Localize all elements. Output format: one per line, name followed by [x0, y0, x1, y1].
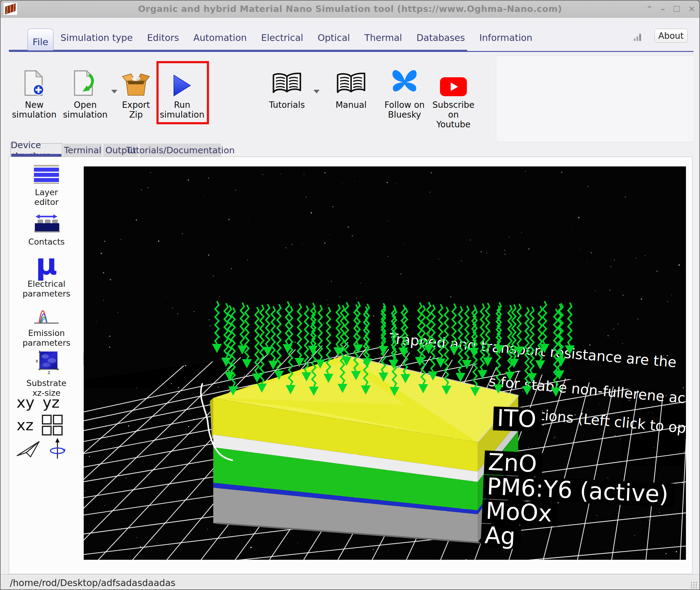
- sidebar-item-contacts[interactable]: Contacts: [9, 214, 84, 247]
- toolbar-right-panel: [496, 56, 694, 142]
- menu-item-label: File: [33, 36, 49, 47]
- view-tools-row: [9, 438, 84, 461]
- ribbon-menu-bar: File Simulation type Editors Automation …: [1, 18, 699, 54]
- sidebar-item-emission-parameters[interactable]: Emissionparameters: [9, 306, 84, 348]
- button-label: Subscribeon Youtube: [431, 100, 476, 129]
- open-document-icon: [62, 61, 108, 97]
- resize-grip[interactable]: [690, 581, 698, 589]
- rotate-icon[interactable]: [49, 438, 66, 461]
- button-label: Follow onBluesky: [382, 100, 427, 120]
- button-label: Manual: [325, 100, 377, 110]
- menu-item-databases[interactable]: Databases: [417, 32, 465, 43]
- menu-item-automation[interactable]: Automation: [193, 32, 247, 43]
- tab-tutorials-documentation[interactable]: Tutorials/Documentation: [140, 143, 221, 157]
- view-orientation-row: xy yz: [9, 394, 84, 411]
- minimize-window-icon[interactable]: –: [661, 5, 665, 13]
- device-structure-panel: Layereditor Contacts: [9, 157, 692, 574]
- menu-item-information[interactable]: Information: [479, 32, 533, 43]
- tutorials-dropdown-icon[interactable]: [314, 90, 320, 93]
- subscribe-youtube-button[interactable]: Subscribeon Youtube: [431, 61, 476, 129]
- tab-terminal[interactable]: Terminal: [63, 143, 102, 157]
- button-label: ExportZip: [113, 100, 159, 120]
- menu-underline-bar-thin: [467, 51, 694, 52]
- mu-icon: μ: [9, 252, 84, 277]
- layer-stack-icon: [33, 165, 60, 184]
- window-controls: ⌃ – ☐ ✕: [646, 1, 695, 17]
- new-simulation-button[interactable]: Newsimulation: [11, 61, 57, 120]
- four-views-icon[interactable]: [41, 414, 63, 436]
- menu-item-editors[interactable]: Editors: [147, 32, 179, 43]
- view-xz-button[interactable]: xz: [16, 416, 33, 434]
- book-icon: [325, 61, 377, 97]
- view-yz-button[interactable]: yz: [42, 394, 60, 411]
- about-button[interactable]: About: [654, 29, 688, 43]
- menu-items: Simulation type Editors Automation Elect…: [61, 18, 532, 51]
- menu-underline-bar: [9, 50, 467, 52]
- sidebar-item-label: Layereditor: [9, 188, 84, 207]
- svg-text:z: z: [48, 370, 50, 375]
- application-window: Organic and hybrid Material Nano Simulat…: [0, 0, 700, 590]
- close-window-icon[interactable]: ✕: [688, 5, 695, 13]
- new-document-icon: [11, 61, 57, 97]
- zip-box-icon: [113, 61, 159, 97]
- sidebar-item-label: Contacts: [9, 237, 84, 247]
- white-curve: [201, 384, 232, 460]
- export-zip-button[interactable]: ExportZip: [113, 61, 159, 120]
- view-xy-button[interactable]: xy: [16, 394, 34, 411]
- button-label: Tutorials: [261, 100, 313, 110]
- open-simulation-button[interactable]: Opensimulation: [62, 61, 108, 120]
- substrate-image-icon: x z: [33, 350, 59, 375]
- signal-bars-icon: [634, 33, 643, 41]
- photon-arrows: [212, 301, 575, 397]
- spectrum-icon: [33, 306, 60, 325]
- menu-item-electrical[interactable]: Electrical: [261, 32, 303, 43]
- sidebar-item-label: Electricalparameters: [9, 279, 84, 299]
- sidebar: Layereditor Contacts: [9, 157, 84, 574]
- button-label: Newsimulation: [11, 100, 57, 120]
- menu-item-simulation-type[interactable]: Simulation type: [61, 32, 133, 43]
- maximize-window-icon[interactable]: ☐: [673, 5, 680, 13]
- 3d-device-viewport[interactable]: Trapped and transport resistance are the…: [84, 167, 686, 560]
- manual-button[interactable]: Manual: [325, 61, 377, 110]
- svg-text:x: x: [35, 358, 38, 364]
- shade-window-icon[interactable]: ⌃: [646, 5, 653, 13]
- youtube-icon: [431, 61, 476, 97]
- photon-arrows-layer: [84, 167, 686, 560]
- book-icon: [261, 61, 313, 97]
- paper-plane-icon[interactable]: [16, 440, 41, 458]
- current-path: /home/rod/Desktop/adfsadasdaadas: [10, 578, 175, 588]
- tutorials-button[interactable]: Tutorials: [261, 61, 313, 110]
- sidebar-item-layer-editor[interactable]: Layereditor: [9, 165, 84, 207]
- document-tabs: Device structure Terminal Output Tutoria…: [1, 143, 699, 157]
- sidebar-item-electrical-parameters[interactable]: μ Electricalparameters: [9, 252, 84, 299]
- window-title: Organic and hybrid Material Nano Simulat…: [1, 1, 699, 17]
- run-highlight-rectangle: [157, 61, 209, 124]
- menu-item-thermal[interactable]: Thermal: [364, 32, 402, 43]
- sidebar-item-substrate-xz-size[interactable]: x z Substratexz-size: [9, 350, 84, 398]
- sidebar-item-label: Emissionparameters: [9, 328, 84, 348]
- button-label: Opensimulation: [62, 100, 108, 120]
- menu-item-file[interactable]: File: [27, 29, 54, 51]
- contacts-icon: [30, 214, 62, 233]
- view-xz-row: xz: [9, 414, 84, 436]
- toolbar: Newsimulation Opensimulation: [1, 54, 699, 143]
- tab-device-structure[interactable]: Device structure: [10, 143, 62, 157]
- menu-item-optical[interactable]: Optical: [318, 32, 350, 43]
- titlebar[interactable]: Organic and hybrid Material Nano Simulat…: [1, 1, 699, 18]
- status-bar: /home/rod/Desktop/adfsadasdaadas: [1, 574, 699, 590]
- follow-bluesky-button[interactable]: Follow onBluesky: [382, 61, 427, 120]
- bluesky-butterfly-icon: [382, 61, 427, 97]
